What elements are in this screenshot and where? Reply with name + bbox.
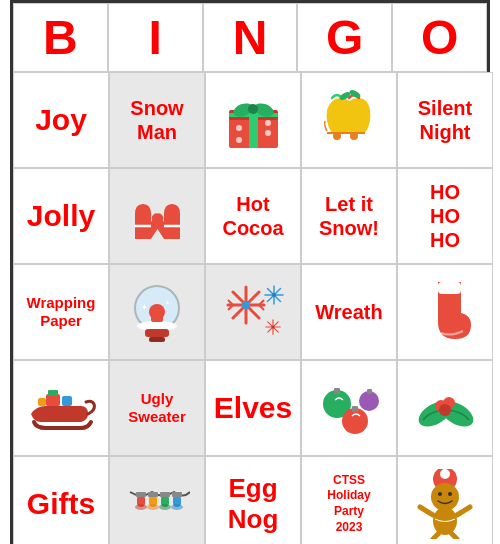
svg-point-79 <box>438 492 442 496</box>
cell-text-1: Snow Man <box>130 96 183 144</box>
bingo-cell-14 <box>397 264 493 360</box>
bingo-cell-13: Wreath <box>301 264 397 360</box>
icon-gingerbread <box>410 469 480 539</box>
bingo-cell-18 <box>301 360 397 456</box>
icon-ornaments <box>314 373 384 443</box>
svg-point-15 <box>350 132 358 140</box>
icon-holly <box>410 373 480 443</box>
header-letter: O <box>392 3 487 72</box>
svg-rect-25 <box>149 337 165 342</box>
svg-text:✦: ✦ <box>165 300 170 306</box>
cell-text-8: Let it Snow! <box>319 192 379 240</box>
icon-sleigh <box>26 373 96 443</box>
icon-gift <box>218 85 288 155</box>
bingo-cell-21 <box>109 456 205 544</box>
cell-text-20: Gifts <box>27 486 95 522</box>
cell-text-17: Elves <box>214 390 292 426</box>
svg-rect-64 <box>136 492 146 497</box>
svg-text:✦: ✦ <box>141 303 148 312</box>
svg-point-41 <box>272 293 276 297</box>
icon-stocking <box>410 277 480 347</box>
svg-line-86 <box>433 533 439 539</box>
icon-lights <box>122 469 192 539</box>
header-letter: I <box>108 3 203 72</box>
bingo-cell-22: Egg Nog <box>205 456 301 544</box>
svg-line-87 <box>451 533 457 539</box>
bingo-cell-2 <box>205 72 301 168</box>
svg-point-13 <box>333 132 341 140</box>
bingo-cell-1: Snow Man <box>109 72 205 168</box>
svg-point-9 <box>265 130 271 136</box>
cell-text-9: HO HO HO <box>430 180 460 252</box>
cell-text-0: Joy <box>35 102 87 138</box>
bingo-cell-24 <box>397 456 493 544</box>
bingo-grid: JoySnow Man <box>13 72 487 544</box>
icon-bell <box>314 85 384 155</box>
svg-point-62 <box>439 404 451 416</box>
icon-snowflakes <box>218 277 288 347</box>
svg-point-36 <box>242 301 250 309</box>
svg-point-71 <box>159 504 171 510</box>
svg-rect-23 <box>151 316 163 322</box>
cell-text-13: Wreath <box>315 300 382 324</box>
svg-point-68 <box>147 504 159 510</box>
svg-point-80 <box>448 492 452 496</box>
svg-point-10 <box>236 137 242 143</box>
bingo-cell-15 <box>13 360 109 456</box>
header-letter: B <box>13 3 108 72</box>
bingo-cell-3 <box>301 72 397 168</box>
svg-rect-53 <box>334 388 340 394</box>
cell-text-16: Ugly Sweater <box>128 390 186 426</box>
bingo-cell-7: Hot Cocoa <box>205 168 301 264</box>
bingo-cell-23: CTSS Holiday Party 2023 <box>301 456 397 544</box>
svg-line-84 <box>420 507 433 515</box>
bingo-cell-6 <box>109 168 205 264</box>
bingo-cell-4: Silent Night <box>397 72 493 168</box>
cell-text-10: Wrapping Paper <box>27 294 96 330</box>
bingo-cell-12 <box>205 264 301 360</box>
svg-rect-49 <box>48 390 58 396</box>
svg-rect-55 <box>352 406 358 412</box>
bingo-card: BINGO JoySnow Man <box>10 0 490 544</box>
svg-line-85 <box>457 507 470 515</box>
bingo-header: BINGO <box>13 3 487 72</box>
bingo-cell-10: Wrapping Paper <box>13 264 109 360</box>
cell-text-5: Jolly <box>27 198 95 234</box>
icon-mittens <box>122 181 192 251</box>
svg-point-77 <box>440 469 450 479</box>
cell-text-22: Egg Nog <box>228 473 279 535</box>
bingo-cell-17: Elves <box>205 360 301 456</box>
svg-rect-67 <box>148 492 158 497</box>
svg-point-74 <box>171 504 183 510</box>
svg-point-7 <box>248 104 258 114</box>
ctss-text: CTSS Holiday Party 2023 <box>327 473 370 535</box>
bingo-cell-16: Ugly Sweater <box>109 360 205 456</box>
svg-point-46 <box>271 325 274 328</box>
svg-rect-70 <box>160 492 170 497</box>
svg-rect-24 <box>145 329 169 337</box>
bingo-cell-9: HO HO HO <box>397 168 493 264</box>
svg-rect-57 <box>367 389 372 394</box>
svg-rect-47 <box>438 282 461 294</box>
svg-point-65 <box>135 504 147 510</box>
cell-text-4: Silent Night <box>418 96 472 144</box>
svg-point-11 <box>265 120 271 126</box>
svg-rect-51 <box>38 398 46 406</box>
icon-snowglobe: ✦ ✦ <box>122 277 192 347</box>
bingo-cell-20: Gifts <box>13 456 109 544</box>
header-letter: G <box>297 3 392 72</box>
header-letter: N <box>203 3 298 72</box>
svg-rect-50 <box>62 396 72 406</box>
svg-point-78 <box>431 483 459 511</box>
bingo-cell-11: ✦ ✦ <box>109 264 205 360</box>
bingo-cell-8: Let it Snow! <box>301 168 397 264</box>
bingo-cell-19 <box>397 360 493 456</box>
bingo-cell-0: Joy <box>13 72 109 168</box>
bingo-cell-5: Jolly <box>13 168 109 264</box>
cell-text-7: Hot Cocoa <box>222 192 283 240</box>
svg-point-8 <box>236 125 242 131</box>
svg-rect-73 <box>172 492 182 497</box>
